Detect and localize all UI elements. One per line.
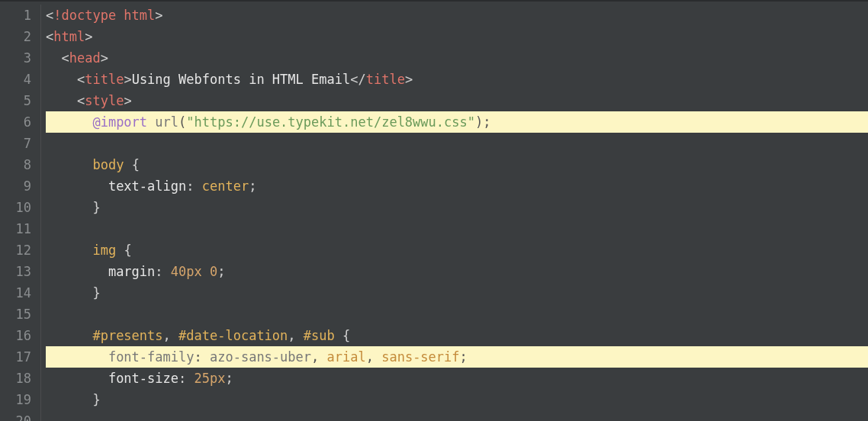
line-number: 9 — [0, 175, 31, 197]
line-number-gutter: 1 2 3 4 5 6 7 8 9 10 11 12 13 14 15 16 1… — [0, 5, 41, 421]
code-line[interactable]: img { — [46, 239, 868, 261]
code-line[interactable]: <!doctype html> — [46, 5, 868, 26]
code-line[interactable] — [46, 304, 868, 325]
line-number: 17 — [0, 346, 31, 368]
line-number: 13 — [0, 261, 31, 282]
code-line[interactable] — [46, 218, 868, 239]
code-line[interactable]: font-size: 25px; — [46, 368, 868, 389]
line-number: 16 — [0, 325, 31, 346]
code-line[interactable]: margin: 40px 0; — [46, 261, 868, 282]
line-number: 8 — [0, 154, 31, 175]
code-line[interactable]: } — [46, 197, 868, 218]
code-line[interactable]: text-align: center; — [46, 175, 868, 197]
code-line-highlighted[interactable]: font-family: azo-sans-uber, arial, sans-… — [46, 346, 868, 368]
line-number: 7 — [0, 133, 31, 154]
line-number: 3 — [0, 47, 31, 69]
line-number: 20 — [0, 410, 31, 421]
code-line-highlighted[interactable]: @import url("https://use.typekit.net/zel… — [46, 111, 868, 133]
line-number: 5 — [0, 90, 31, 111]
line-number: 15 — [0, 304, 31, 325]
code-line[interactable]: <style> — [46, 90, 868, 111]
line-number: 10 — [0, 197, 31, 218]
code-line[interactable]: #presents, #date-location, #sub { — [46, 325, 868, 346]
code-line[interactable]: } — [46, 282, 868, 304]
line-number: 1 — [0, 5, 31, 26]
code-line[interactable]: } — [46, 389, 868, 410]
code-content[interactable]: <!doctype html> <html> <head> <title>Usi… — [41, 5, 868, 421]
line-number: 12 — [0, 239, 31, 261]
code-line[interactable]: body { — [46, 154, 868, 175]
code-line[interactable] — [46, 133, 868, 154]
line-number: 11 — [0, 218, 31, 239]
line-number: 14 — [0, 282, 31, 304]
code-line[interactable]: <title>Using Webfonts in HTML Email</tit… — [46, 69, 868, 90]
code-editor[interactable]: 1 2 3 4 5 6 7 8 9 10 11 12 13 14 15 16 1… — [0, 0, 868, 421]
line-number: 6 — [0, 111, 31, 133]
line-number: 19 — [0, 389, 31, 410]
code-line[interactable] — [46, 410, 868, 421]
line-number: 4 — [0, 69, 31, 90]
code-line[interactable]: <head> — [46, 47, 868, 69]
code-line[interactable]: <html> — [46, 26, 868, 47]
line-number: 18 — [0, 368, 31, 389]
line-number: 2 — [0, 26, 31, 47]
